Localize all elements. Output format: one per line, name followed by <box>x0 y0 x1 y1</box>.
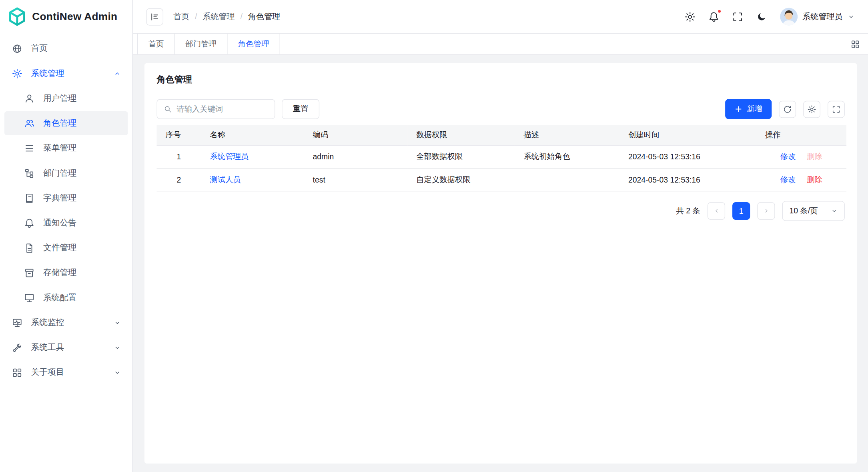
sidebar-item-file-mgmt[interactable]: 文件管理 <box>4 236 128 259</box>
sidebar-item-dept-mgmt[interactable]: 部门管理 <box>4 161 128 185</box>
search-input[interactable] <box>176 104 269 113</box>
tab-label: 部门管理 <box>185 39 216 49</box>
page-title: 角色管理 <box>156 74 844 86</box>
chevron-down-icon <box>848 13 855 20</box>
sidebar-collapse-button[interactable] <box>146 8 163 25</box>
column-header-code: 编码 <box>304 125 407 145</box>
monitor-pulse-icon <box>12 317 22 327</box>
pagination-total: 共 2 条 <box>676 206 700 216</box>
delete-link[interactable]: 删除 <box>807 175 822 184</box>
column-settings-button[interactable] <box>803 100 820 118</box>
sidebar-group-about[interactable]: 关于项目 <box>4 361 128 384</box>
home-globe-icon <box>12 44 22 54</box>
column-header-index: 序号 <box>156 125 201 145</box>
content-area: 角色管理 重置 新增 <box>133 55 868 472</box>
sidebar-item-storage-mgmt[interactable]: 存储管理 <box>4 261 128 285</box>
sidebar-item-user-mgmt[interactable]: 用户管理 <box>4 86 128 110</box>
breadcrumb-item[interactable]: 首页 <box>173 11 189 22</box>
cell-desc: 系统初始角色 <box>515 145 619 168</box>
sidebar-item-label: 通知公告 <box>43 218 76 228</box>
username: 系统管理员 <box>802 11 842 22</box>
sidebar-item-menu-mgmt[interactable]: 菜单管理 <box>4 136 128 160</box>
sidebar-item-label: 关于项目 <box>31 367 64 378</box>
add-button-label: 新增 <box>747 104 762 114</box>
add-button[interactable]: 新增 <box>725 99 772 119</box>
dark-mode-button[interactable] <box>756 11 767 22</box>
sidebar-item-dict-mgmt[interactable]: 字典管理 <box>4 186 128 210</box>
refresh-icon <box>783 105 792 113</box>
sidebar-item-role-mgmt[interactable]: 角色管理 <box>4 111 128 135</box>
sidebar-item-notice[interactable]: 通知公告 <box>4 211 128 235</box>
table-fullscreen-button[interactable] <box>828 100 845 118</box>
chevron-left-icon <box>713 207 720 214</box>
breadcrumb-item[interactable]: 系统管理 <box>202 11 235 22</box>
reset-button[interactable]: 重置 <box>282 99 319 119</box>
cell-created: 2024-05-03 12:53:16 <box>619 145 756 168</box>
fullscreen-icon <box>732 11 743 22</box>
tree-icon <box>24 168 34 178</box>
delete-link-disabled: 删除 <box>807 152 822 161</box>
cell-scope: 自定义数据权限 <box>407 169 515 192</box>
pagination: 共 2 条 1 10 条/页 <box>156 201 844 221</box>
desktop-icon <box>24 293 34 303</box>
column-header-name: 名称 <box>201 125 304 145</box>
user-menu[interactable]: 系统管理员 <box>780 8 854 25</box>
page-size-select[interactable]: 10 条/页 <box>782 201 845 221</box>
sidebar-item-label: 系统配置 <box>43 292 76 303</box>
notifications-button[interactable] <box>708 11 720 22</box>
wrench-icon <box>12 343 22 353</box>
sidebar-group-system-tools[interactable]: 系统工具 <box>4 335 128 359</box>
tab-label: 首页 <box>148 39 164 49</box>
tab-actions-button[interactable] <box>851 34 868 54</box>
cell-index: 1 <box>156 145 201 168</box>
sidebar-group-system-monitor[interactable]: 系统监控 <box>4 311 128 334</box>
sidebar: ContiNew Admin 首页 系统管理 <box>0 0 133 472</box>
plus-icon <box>735 105 742 113</box>
fullscreen-button[interactable] <box>732 11 743 22</box>
grid-icon <box>12 368 22 378</box>
cell-desc <box>515 169 619 192</box>
sidebar-group-system-mgmt[interactable]: 系统管理 <box>4 62 128 85</box>
users-icon <box>24 118 34 128</box>
role-mgmt-card: 角色管理 重置 新增 <box>144 63 857 463</box>
current-page-button[interactable]: 1 <box>732 202 750 219</box>
logo-row[interactable]: ContiNew Admin <box>0 0 132 33</box>
topbar: 首页 / 系统管理 / 角色管理 <box>133 0 868 34</box>
chevron-down-icon <box>114 369 121 376</box>
role-name-link[interactable]: 系统管理员 <box>210 152 249 161</box>
gear-icon <box>808 105 816 113</box>
roles-table: 序号 名称 编码 数据权限 描述 创建时间 操作 1 系统管理员 <box>156 125 846 192</box>
sidebar-item-label: 存储管理 <box>43 267 76 278</box>
refresh-button[interactable] <box>779 100 796 118</box>
chevron-down-icon <box>114 319 121 326</box>
table-header-row: 序号 名称 编码 数据权限 描述 创建时间 操作 <box>156 125 846 145</box>
table-row: 1 系统管理员 admin 全部数据权限 系统初始角色 2024-05-03 1… <box>156 145 846 168</box>
breadcrumb-separator: / <box>240 12 243 21</box>
edit-link[interactable]: 修改 <box>780 175 796 184</box>
chevron-down-icon <box>831 207 838 214</box>
breadcrumb-separator: / <box>195 12 197 21</box>
tab-dept-mgmt[interactable]: 部门管理 <box>175 34 227 54</box>
next-page-button[interactable] <box>757 202 775 219</box>
role-name-link[interactable]: 测试人员 <box>210 175 241 184</box>
notification-badge-dot <box>717 10 721 14</box>
breadcrumb-item-current: 角色管理 <box>248 11 280 22</box>
sidebar-item-label: 字典管理 <box>43 193 76 203</box>
main-area: 首页 / 系统管理 / 角色管理 <box>133 0 868 472</box>
app-title: ContiNew Admin <box>32 10 117 22</box>
settings-button[interactable] <box>684 11 696 22</box>
sidebar-item-label: 首页 <box>31 43 47 54</box>
edit-link[interactable]: 修改 <box>780 152 796 161</box>
sidebar-item-system-config[interactable]: 系统配置 <box>4 286 128 309</box>
book-icon <box>24 193 34 203</box>
cell-index: 2 <box>156 169 201 192</box>
sidebar-item-home[interactable]: 首页 <box>4 36 128 60</box>
sidebar-item-label: 部门管理 <box>43 168 76 178</box>
topbar-actions: 系统管理员 <box>684 8 854 25</box>
logo-icon <box>8 7 26 26</box>
prev-page-button[interactable] <box>708 202 725 219</box>
storage-box-icon <box>24 268 34 278</box>
cell-scope: 全部数据权限 <box>407 145 515 168</box>
tab-role-mgmt[interactable]: 角色管理 <box>228 34 280 54</box>
tab-home[interactable]: 首页 <box>137 34 175 54</box>
